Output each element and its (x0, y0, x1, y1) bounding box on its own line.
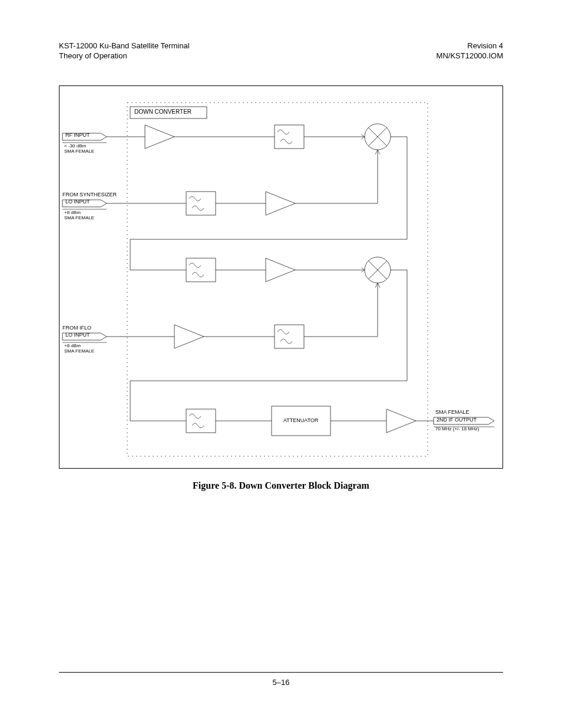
doc-section: Theory of Operation (59, 51, 190, 61)
block-title: DOWN CONVERTER (134, 108, 191, 115)
from-synth-spec2: SMA FEMALE (64, 216, 94, 221)
svg-rect-8 (275, 125, 304, 149)
header-right: Revision 4 MN/KST12000.IOM (437, 41, 503, 61)
svg-rect-24 (186, 258, 216, 282)
attenuator-label: ATTENUATOR (283, 418, 319, 424)
from-iflo-label: LO INPUT (65, 332, 90, 338)
rf-input-label: RF INPUT (65, 133, 90, 139)
svg-rect-17 (186, 192, 216, 215)
from-iflo-spec2: SMA FEMALE (64, 349, 94, 354)
svg-rect-0 (127, 103, 428, 456)
revision: Revision 4 (437, 41, 503, 51)
rf-input-spec2: SMA FEMALE (64, 149, 94, 154)
doc-number: MN/KST12000.IOM (437, 51, 503, 61)
figure-frame: DOWN CONVERTER RF INPUT < -30 dBm SMA FE… (59, 85, 503, 469)
from-synth-source: FROM SYNTHESIZER (62, 192, 117, 198)
footer-rule (59, 672, 503, 673)
from-iflo-source: FROM IFLO (62, 325, 91, 331)
page-number: 5–16 (0, 678, 562, 687)
page-header: KST-12000 Ku-Band Satellite Terminal The… (59, 41, 503, 61)
output-connector: SMA FEMALE (435, 410, 470, 416)
output-spec: 70 MHz (+/- 18 MHz) (435, 427, 479, 432)
doc-title: KST-12000 Ku-Band Satellite Terminal (59, 41, 190, 51)
svg-rect-41 (186, 409, 216, 433)
page: KST-12000 Ku-Band Satellite Terminal The… (0, 0, 562, 728)
from-synth-label: LO INPUT (65, 199, 90, 205)
header-left: KST-12000 Ku-Band Satellite Terminal The… (59, 41, 190, 61)
output-label: 2ND IF OUTPUT (437, 417, 477, 423)
figure-caption: Figure 5-8. Down Converter Block Diagram (0, 480, 562, 491)
svg-rect-35 (275, 325, 304, 348)
